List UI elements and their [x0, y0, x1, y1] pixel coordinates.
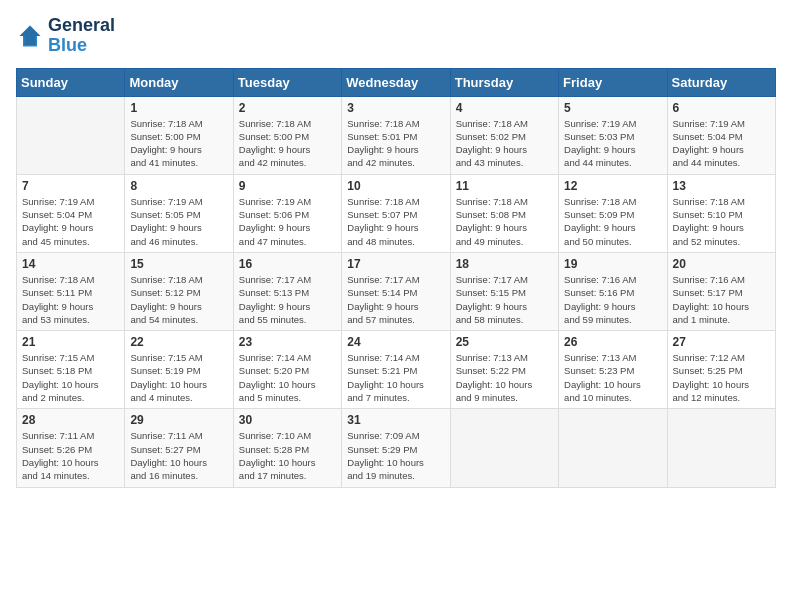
day-number: 14	[22, 257, 119, 271]
day-number: 16	[239, 257, 336, 271]
day-info: Sunrise: 7:19 AM Sunset: 5:06 PM Dayligh…	[239, 195, 336, 248]
day-number: 15	[130, 257, 227, 271]
calendar-cell: 17Sunrise: 7:17 AM Sunset: 5:14 PM Dayli…	[342, 252, 450, 330]
column-header-saturday: Saturday	[667, 68, 775, 96]
calendar-cell: 13Sunrise: 7:18 AM Sunset: 5:10 PM Dayli…	[667, 174, 775, 252]
day-info: Sunrise: 7:11 AM Sunset: 5:26 PM Dayligh…	[22, 429, 119, 482]
calendar-cell: 12Sunrise: 7:18 AM Sunset: 5:09 PM Dayli…	[559, 174, 667, 252]
logo-text-blue: Blue	[48, 36, 115, 56]
calendar-header-row: SundayMondayTuesdayWednesdayThursdayFrid…	[17, 68, 776, 96]
day-number: 31	[347, 413, 444, 427]
column-header-wednesday: Wednesday	[342, 68, 450, 96]
day-info: Sunrise: 7:19 AM Sunset: 5:04 PM Dayligh…	[673, 117, 770, 170]
day-number: 9	[239, 179, 336, 193]
column-header-sunday: Sunday	[17, 68, 125, 96]
calendar-cell: 31Sunrise: 7:09 AM Sunset: 5:29 PM Dayli…	[342, 409, 450, 487]
day-info: Sunrise: 7:13 AM Sunset: 5:22 PM Dayligh…	[456, 351, 553, 404]
day-info: Sunrise: 7:17 AM Sunset: 5:13 PM Dayligh…	[239, 273, 336, 326]
day-info: Sunrise: 7:18 AM Sunset: 5:01 PM Dayligh…	[347, 117, 444, 170]
day-number: 24	[347, 335, 444, 349]
calendar-table: SundayMondayTuesdayWednesdayThursdayFrid…	[16, 68, 776, 488]
calendar-cell: 15Sunrise: 7:18 AM Sunset: 5:12 PM Dayli…	[125, 252, 233, 330]
calendar-week-5: 28Sunrise: 7:11 AM Sunset: 5:26 PM Dayli…	[17, 409, 776, 487]
column-header-friday: Friday	[559, 68, 667, 96]
day-number: 1	[130, 101, 227, 115]
day-number: 12	[564, 179, 661, 193]
day-info: Sunrise: 7:14 AM Sunset: 5:21 PM Dayligh…	[347, 351, 444, 404]
day-info: Sunrise: 7:17 AM Sunset: 5:15 PM Dayligh…	[456, 273, 553, 326]
calendar-cell: 4Sunrise: 7:18 AM Sunset: 5:02 PM Daylig…	[450, 96, 558, 174]
calendar-cell: 18Sunrise: 7:17 AM Sunset: 5:15 PM Dayli…	[450, 252, 558, 330]
calendar-cell: 3Sunrise: 7:18 AM Sunset: 5:01 PM Daylig…	[342, 96, 450, 174]
day-info: Sunrise: 7:15 AM Sunset: 5:18 PM Dayligh…	[22, 351, 119, 404]
day-info: Sunrise: 7:18 AM Sunset: 5:00 PM Dayligh…	[130, 117, 227, 170]
day-info: Sunrise: 7:19 AM Sunset: 5:04 PM Dayligh…	[22, 195, 119, 248]
day-info: Sunrise: 7:09 AM Sunset: 5:29 PM Dayligh…	[347, 429, 444, 482]
calendar-cell: 26Sunrise: 7:13 AM Sunset: 5:23 PM Dayli…	[559, 331, 667, 409]
day-number: 2	[239, 101, 336, 115]
day-info: Sunrise: 7:19 AM Sunset: 5:03 PM Dayligh…	[564, 117, 661, 170]
calendar-cell: 9Sunrise: 7:19 AM Sunset: 5:06 PM Daylig…	[233, 174, 341, 252]
calendar-cell: 14Sunrise: 7:18 AM Sunset: 5:11 PM Dayli…	[17, 252, 125, 330]
day-info: Sunrise: 7:18 AM Sunset: 5:00 PM Dayligh…	[239, 117, 336, 170]
day-number: 4	[456, 101, 553, 115]
calendar-cell: 8Sunrise: 7:19 AM Sunset: 5:05 PM Daylig…	[125, 174, 233, 252]
calendar-cell: 19Sunrise: 7:16 AM Sunset: 5:16 PM Dayli…	[559, 252, 667, 330]
day-info: Sunrise: 7:11 AM Sunset: 5:27 PM Dayligh…	[130, 429, 227, 482]
calendar-week-2: 7Sunrise: 7:19 AM Sunset: 5:04 PM Daylig…	[17, 174, 776, 252]
day-number: 22	[130, 335, 227, 349]
column-header-monday: Monday	[125, 68, 233, 96]
day-number: 20	[673, 257, 770, 271]
day-info: Sunrise: 7:18 AM Sunset: 5:09 PM Dayligh…	[564, 195, 661, 248]
calendar-week-3: 14Sunrise: 7:18 AM Sunset: 5:11 PM Dayli…	[17, 252, 776, 330]
calendar-cell: 11Sunrise: 7:18 AM Sunset: 5:08 PM Dayli…	[450, 174, 558, 252]
day-number: 23	[239, 335, 336, 349]
day-info: Sunrise: 7:13 AM Sunset: 5:23 PM Dayligh…	[564, 351, 661, 404]
column-header-tuesday: Tuesday	[233, 68, 341, 96]
day-info: Sunrise: 7:18 AM Sunset: 5:10 PM Dayligh…	[673, 195, 770, 248]
day-number: 27	[673, 335, 770, 349]
day-info: Sunrise: 7:16 AM Sunset: 5:17 PM Dayligh…	[673, 273, 770, 326]
day-info: Sunrise: 7:18 AM Sunset: 5:12 PM Dayligh…	[130, 273, 227, 326]
svg-marker-1	[20, 25, 41, 45]
calendar-cell	[667, 409, 775, 487]
day-info: Sunrise: 7:19 AM Sunset: 5:05 PM Dayligh…	[130, 195, 227, 248]
calendar-week-4: 21Sunrise: 7:15 AM Sunset: 5:18 PM Dayli…	[17, 331, 776, 409]
column-header-thursday: Thursday	[450, 68, 558, 96]
calendar-cell: 23Sunrise: 7:14 AM Sunset: 5:20 PM Dayli…	[233, 331, 341, 409]
calendar-cell	[559, 409, 667, 487]
day-info: Sunrise: 7:15 AM Sunset: 5:19 PM Dayligh…	[130, 351, 227, 404]
calendar-cell: 30Sunrise: 7:10 AM Sunset: 5:28 PM Dayli…	[233, 409, 341, 487]
calendar-cell: 21Sunrise: 7:15 AM Sunset: 5:18 PM Dayli…	[17, 331, 125, 409]
calendar-cell: 29Sunrise: 7:11 AM Sunset: 5:27 PM Dayli…	[125, 409, 233, 487]
calendar-cell: 20Sunrise: 7:16 AM Sunset: 5:17 PM Dayli…	[667, 252, 775, 330]
calendar-week-1: 1Sunrise: 7:18 AM Sunset: 5:00 PM Daylig…	[17, 96, 776, 174]
day-info: Sunrise: 7:18 AM Sunset: 5:07 PM Dayligh…	[347, 195, 444, 248]
calendar-cell	[17, 96, 125, 174]
calendar-cell: 28Sunrise: 7:11 AM Sunset: 5:26 PM Dayli…	[17, 409, 125, 487]
page-header: General Blue	[16, 16, 776, 56]
calendar-cell: 22Sunrise: 7:15 AM Sunset: 5:19 PM Dayli…	[125, 331, 233, 409]
logo: General Blue	[16, 16, 115, 56]
day-number: 21	[22, 335, 119, 349]
day-info: Sunrise: 7:17 AM Sunset: 5:14 PM Dayligh…	[347, 273, 444, 326]
day-number: 8	[130, 179, 227, 193]
calendar-cell: 2Sunrise: 7:18 AM Sunset: 5:00 PM Daylig…	[233, 96, 341, 174]
day-number: 13	[673, 179, 770, 193]
day-info: Sunrise: 7:16 AM Sunset: 5:16 PM Dayligh…	[564, 273, 661, 326]
day-number: 19	[564, 257, 661, 271]
calendar-cell: 1Sunrise: 7:18 AM Sunset: 5:00 PM Daylig…	[125, 96, 233, 174]
calendar-cell: 10Sunrise: 7:18 AM Sunset: 5:07 PM Dayli…	[342, 174, 450, 252]
day-number: 10	[347, 179, 444, 193]
day-info: Sunrise: 7:14 AM Sunset: 5:20 PM Dayligh…	[239, 351, 336, 404]
day-number: 17	[347, 257, 444, 271]
calendar-cell: 16Sunrise: 7:17 AM Sunset: 5:13 PM Dayli…	[233, 252, 341, 330]
day-number: 3	[347, 101, 444, 115]
day-info: Sunrise: 7:12 AM Sunset: 5:25 PM Dayligh…	[673, 351, 770, 404]
day-number: 29	[130, 413, 227, 427]
calendar-cell: 27Sunrise: 7:12 AM Sunset: 5:25 PM Dayli…	[667, 331, 775, 409]
calendar-cell: 24Sunrise: 7:14 AM Sunset: 5:21 PM Dayli…	[342, 331, 450, 409]
day-number: 30	[239, 413, 336, 427]
logo-text-general: General	[48, 16, 115, 36]
day-info: Sunrise: 7:18 AM Sunset: 5:08 PM Dayligh…	[456, 195, 553, 248]
